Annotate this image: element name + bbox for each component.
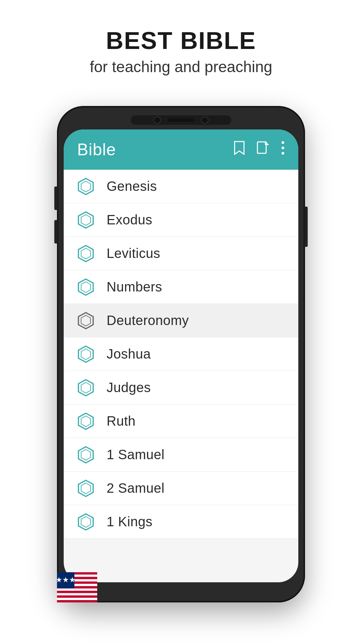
svg-rect-40 [57,600,97,602]
svg-marker-7 [81,181,90,192]
phone-frame: Bible [57,106,305,602]
add-note-icon[interactable] [257,141,269,158]
list-item[interactable]: 1 Samuel [64,438,298,472]
book-hex-icon [77,379,95,396]
book-name-label: Leviticus [107,246,160,261]
book-name-label: Deuteronomy [107,313,189,328]
book-name-label: 2 Samuel [107,481,165,496]
book-name-label: Judges [107,380,151,395]
book-hex-icon [77,513,95,531]
svg-rect-39 [57,598,97,600]
front-camera [154,116,161,124]
list-item[interactable]: Deuteronomy [64,304,298,337]
more-options-icon[interactable] [281,141,285,159]
phone-screen: Bible [64,129,298,582]
volume-down-button [54,220,58,244]
front-sensor [201,116,208,124]
book-name-label: Ruth [107,414,136,429]
book-hex-icon [77,245,95,262]
list-item[interactable]: Leviticus [64,237,298,270]
svg-marker-11 [81,248,90,259]
svg-marker-17 [81,349,90,360]
page-title: BEST BIBLE [0,27,362,54]
svg-rect-37 [57,593,97,595]
list-item[interactable]: 1 Kings [64,505,298,539]
toolbar-title: Bible [77,140,116,159]
book-name-label: 1 Kings [107,514,153,529]
phone-top-bar [131,115,231,125]
svg-marker-27 [81,517,90,527]
book-name-label: Exodus [107,212,152,227]
book-name-label: 1 Samuel [107,447,165,462]
page-subtitle: for teaching and preaching [0,58,362,76]
svg-rect-0 [257,142,266,153]
list-item[interactable]: Ruth [64,405,298,438]
book-name-label: Joshua [107,346,151,362]
svg-marker-23 [81,449,90,460]
svg-marker-15 [81,315,90,326]
svg-marker-9 [81,215,90,225]
list-item[interactable]: Numbers [64,270,298,304]
svg-rect-35 [57,589,97,591]
book-hex-icon [77,178,95,195]
book-hex-icon [77,446,95,464]
svg-point-4 [282,147,284,149]
svg-marker-21 [81,416,90,427]
book-hex-icon [77,345,95,363]
phone-mockup: Bible [57,106,305,602]
book-hex-icon [77,312,95,329]
svg-marker-19 [81,382,90,393]
list-item[interactable]: 2 Samuel [64,472,298,505]
svg-point-5 [282,152,284,155]
book-hex-icon [77,278,95,296]
book-hex-icon [77,211,95,229]
us-flag: ★★★ [57,572,97,602]
svg-marker-13 [81,282,90,292]
list-item[interactable]: Exodus [64,203,298,237]
book-list: Genesis Exodus Leviticus Numbers Deutero… [64,170,298,539]
svg-rect-38 [57,595,97,598]
list-item[interactable]: Judges [64,371,298,405]
page-header: BEST BIBLE for teaching and preaching [0,0,362,96]
list-item[interactable]: Joshua [64,337,298,371]
toolbar-icons [234,141,285,159]
app-toolbar: Bible [64,129,298,170]
power-button [304,207,308,247]
book-name-label: Numbers [107,279,162,294]
volume-up-button [54,186,58,210]
book-name-label: Genesis [107,179,157,194]
svg-text:★★★: ★★★ [57,576,76,584]
svg-marker-25 [81,483,90,494]
phone-speaker [168,118,194,122]
bookmark-icon[interactable] [234,141,245,158]
book-hex-icon [77,480,95,497]
svg-rect-36 [57,591,97,593]
svg-point-3 [282,141,284,144]
list-item[interactable]: Genesis [64,170,298,203]
book-hex-icon [77,413,95,430]
